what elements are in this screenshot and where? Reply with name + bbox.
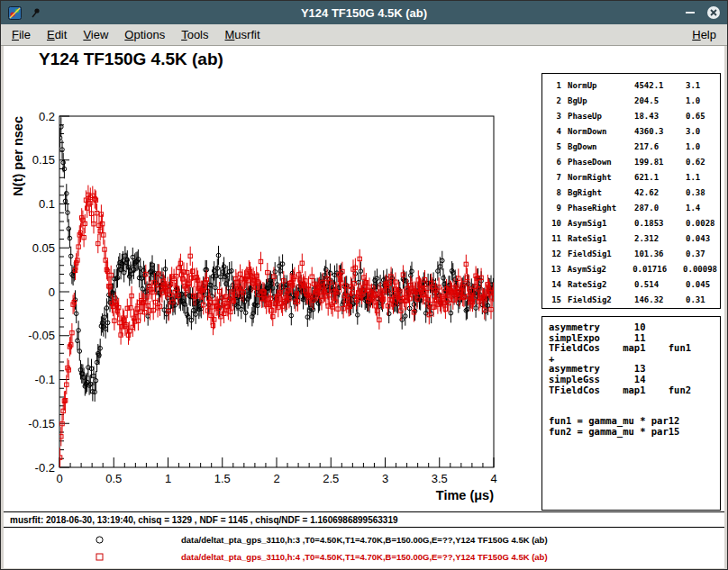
titlebar[interactable]: Y124 TF150G 4.5K (ab) bbox=[1, 1, 727, 24]
root-canvas[interactable]: Y124 TF150G 4.5K (ab) 00.511.522.533.54-… bbox=[4, 46, 724, 511]
svg-text:0.5: 0.5 bbox=[105, 472, 122, 485]
svg-text:-0.15: -0.15 bbox=[28, 417, 55, 430]
svg-text:0: 0 bbox=[49, 285, 55, 299]
parameter-val: 42.62 bbox=[634, 185, 686, 201]
parameter-row: 11RateSig12.3120.043 bbox=[546, 231, 717, 247]
parameter-val: 217.6 bbox=[634, 140, 686, 155]
parameter-no: 15 bbox=[546, 293, 561, 308]
parameter-row: 5BgDown217.61.0 bbox=[546, 140, 717, 155]
svg-text:-0.1: -0.1 bbox=[35, 373, 55, 386]
svg-text:4: 4 bbox=[490, 472, 496, 485]
parameter-row: 8BgRight42.620.38 bbox=[546, 185, 717, 201]
circle-marker-icon bbox=[95, 535, 105, 545]
menu-help[interactable]: Help bbox=[684, 25, 724, 44]
parameter-name: NormRight bbox=[568, 170, 634, 185]
parameter-err: 1.4 bbox=[686, 201, 717, 216]
close-button[interactable] bbox=[705, 5, 722, 21]
parameter-val: 287.0 bbox=[634, 201, 686, 216]
menu-view[interactable]: View bbox=[75, 25, 116, 44]
parameter-err: 0.31 bbox=[686, 293, 717, 308]
parameter-val: 4542.1 bbox=[634, 78, 686, 94]
parameter-name: FieldSig2 bbox=[568, 293, 634, 308]
parameter-val: 0.01716 bbox=[632, 262, 683, 277]
parameter-name: AsymSig2 bbox=[568, 262, 633, 277]
svg-text:0.2: 0.2 bbox=[39, 110, 55, 123]
menu-edit[interactable]: Edit bbox=[39, 25, 75, 44]
parameter-name: BgUp bbox=[568, 94, 634, 109]
svg-text:0.15: 0.15 bbox=[32, 153, 55, 167]
parameter-row: 14RateSig20.5140.045 bbox=[546, 277, 717, 293]
legend-item: data/deltat_pta_gps_3110,h:3 ,T0=4.50K,T… bbox=[4, 531, 724, 548]
parameter-name: RateSig1 bbox=[568, 231, 634, 247]
menubar: FileEditViewOptionsToolsMusrfitHelp bbox=[1, 24, 727, 46]
parameter-err: 0.045 bbox=[686, 277, 717, 293]
parameter-no: 4 bbox=[546, 124, 561, 140]
musrview-window: Y124 TF150G 4.5K (ab) FileEditViewOption… bbox=[0, 0, 728, 570]
parameter-err: 1.1 bbox=[686, 170, 717, 185]
parameter-val: 4360.3 bbox=[634, 124, 686, 140]
parameter-err: 0.37 bbox=[686, 247, 717, 262]
parameter-no: 2 bbox=[546, 94, 561, 109]
parameter-no: 11 bbox=[546, 231, 561, 247]
parameter-val: 199.81 bbox=[634, 155, 686, 170]
menu-file[interactable]: File bbox=[4, 25, 39, 44]
parameter-err: 1.0 bbox=[686, 94, 717, 109]
parameter-name: PhaseUp bbox=[568, 109, 634, 124]
parameter-val: 204.5 bbox=[634, 94, 686, 109]
theory-box: asymmetry 10 simplExpo 11 TFieldCos map1… bbox=[541, 316, 721, 511]
parameter-err: 0.0028 bbox=[686, 216, 717, 231]
svg-text:N(t) per nsec: N(t) per nsec bbox=[11, 116, 25, 196]
menu-musrfit[interactable]: Musrfit bbox=[217, 25, 268, 44]
svg-text:3.5: 3.5 bbox=[432, 472, 448, 485]
menu-options[interactable]: Options bbox=[116, 25, 173, 44]
parameter-no: 1 bbox=[546, 78, 561, 94]
svg-text:2.5: 2.5 bbox=[323, 472, 339, 485]
legend-label: data/deltat_pta_gps_3110,h:3 ,T0=4.50K,T… bbox=[181, 535, 548, 545]
parameter-name: AsymSig1 bbox=[568, 216, 634, 231]
window-title: Y124 TF150G 4.5K (ab) bbox=[1, 6, 727, 20]
parameter-name: NormDown bbox=[568, 124, 634, 140]
parameter-row: 12FieldSig1101.360.37 bbox=[546, 247, 717, 262]
app-icon bbox=[6, 5, 23, 21]
parameter-err: 0.043 bbox=[686, 231, 717, 247]
parameter-err: 0.38 bbox=[686, 185, 717, 201]
parameter-name: FieldSig1 bbox=[568, 247, 634, 262]
fit-info-text: musrfit: 2018-06-30, 13:19:40, chisq = 1… bbox=[10, 515, 398, 525]
pin-icon[interactable] bbox=[28, 5, 44, 21]
parameter-val: 18.43 bbox=[634, 109, 686, 124]
parameter-err: 3.0 bbox=[686, 124, 717, 140]
svg-text:Time (μs): Time (μs) bbox=[436, 488, 494, 502]
parameter-no: 8 bbox=[546, 185, 561, 201]
menu-tools[interactable]: Tools bbox=[173, 25, 216, 44]
parameter-no: 14 bbox=[546, 277, 561, 293]
parameter-row: 4NormDown4360.33.0 bbox=[546, 124, 717, 140]
legend-item: data/deltat_pta_gps_3110,h:4 ,T0=4.50K,T… bbox=[4, 548, 724, 565]
fit-info-bar: musrfit: 2018-06-30, 13:19:40, chisq = 1… bbox=[4, 511, 724, 528]
parameter-no: 13 bbox=[546, 262, 561, 277]
parameter-no: 7 bbox=[546, 170, 561, 185]
parameter-row: 7NormRight621.11.1 bbox=[546, 170, 717, 185]
parameter-err: 3.1 bbox=[686, 78, 717, 94]
parameter-err: 0.00098 bbox=[683, 262, 717, 277]
parameter-name: NormUp bbox=[568, 78, 634, 94]
minimize-button[interactable] bbox=[682, 5, 698, 21]
parameter-row: 13AsymSig20.017160.00098 bbox=[546, 262, 717, 277]
parameter-row: 3PhaseUp18.430.65 bbox=[546, 109, 717, 124]
parameter-name: BgDown bbox=[568, 140, 634, 155]
svg-text:0: 0 bbox=[56, 472, 62, 485]
parameter-name: PhaseRight bbox=[568, 201, 634, 216]
square-marker-icon bbox=[95, 552, 105, 562]
parameter-row: 6PhaseDown199.810.62 bbox=[546, 155, 717, 170]
parameter-val: 621.1 bbox=[634, 170, 686, 185]
parameter-no: 10 bbox=[546, 216, 561, 231]
parameter-val: 0.514 bbox=[634, 277, 686, 293]
svg-text:2: 2 bbox=[273, 472, 279, 485]
svg-text:1.5: 1.5 bbox=[214, 472, 231, 485]
parameter-err: 1.0 bbox=[686, 140, 717, 155]
parameter-row: 2BgUp204.51.0 bbox=[546, 94, 717, 109]
parameter-val: 0.1853 bbox=[634, 216, 686, 231]
parameter-val: 146.32 bbox=[634, 293, 686, 308]
svg-text:3: 3 bbox=[382, 472, 388, 485]
parameter-err: 0.62 bbox=[686, 155, 717, 170]
parameter-name: RateSig2 bbox=[568, 277, 634, 293]
